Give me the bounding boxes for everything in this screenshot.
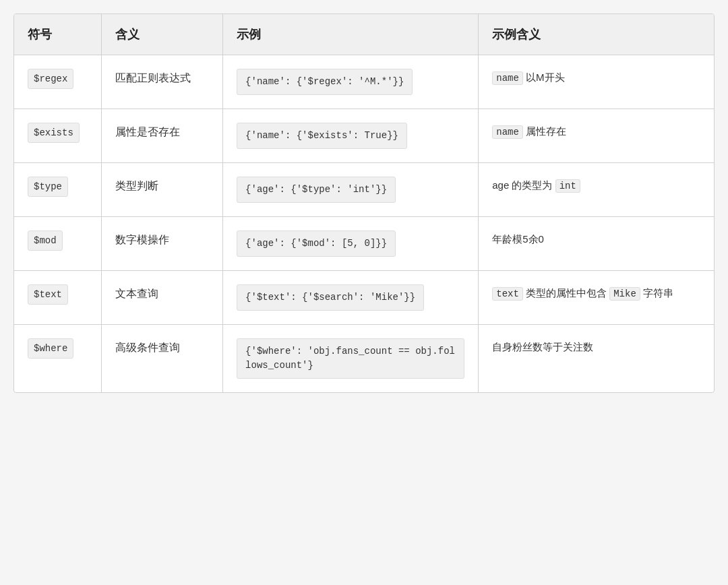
example-meaning-text-exists: 属性存在 bbox=[526, 125, 566, 137]
meaning-text-exists: 属性是否存在 bbox=[115, 126, 180, 137]
symbol-badge-regex: $regex bbox=[28, 69, 73, 89]
cell-meaning-type: 类型判断 bbox=[102, 163, 223, 217]
example-code-mod: {'age': {'$mod': [5, 0]}} bbox=[237, 230, 396, 257]
example-meaning-code-type: int bbox=[555, 179, 580, 193]
example-meaning-text-regex: 以M开头 bbox=[526, 71, 565, 83]
example-meaning-code2-text: Mike bbox=[609, 287, 640, 301]
cell-symbol-mod: $mod bbox=[14, 217, 102, 271]
example-meaning-mid-text: 类型的属性中包含 bbox=[526, 287, 607, 299]
cell-example-regex: {'name': {'$regex': '^M.*'}} bbox=[223, 55, 479, 109]
example-meaning-end-text: 字符串 bbox=[643, 287, 673, 299]
table-row: $text 文本查询 {'$text': {'$search': 'Mike'}… bbox=[14, 271, 714, 325]
meaning-text-type: 类型判断 bbox=[115, 180, 158, 191]
cell-example-text: {'$text': {'$search': 'Mike'}} bbox=[223, 271, 479, 325]
cell-meaning-regex: 匹配正则表达式 bbox=[102, 55, 223, 109]
meaning-text-text: 文本查询 bbox=[115, 288, 158, 299]
table-row: $where 高级条件查询 {'$where': 'obj.fans_count… bbox=[14, 325, 714, 393]
header-example: 示例 bbox=[223, 14, 479, 55]
cell-example-meaning-text: text 类型的属性中包含 Mike 字符串 bbox=[479, 271, 714, 325]
cell-example-where: {'$where': 'obj.fans_count == obj.follow… bbox=[223, 325, 479, 393]
cell-meaning-exists: 属性是否存在 bbox=[102, 109, 223, 163]
symbol-badge-exists: $exists bbox=[28, 123, 80, 143]
table-row: $exists 属性是否存在 {'name': {'$exists': True… bbox=[14, 109, 714, 163]
symbol-badge-text: $text bbox=[28, 284, 68, 305]
table-row: $mod 数字模操作 {'age': {'$mod': [5, 0]}} 年龄模… bbox=[14, 217, 714, 271]
header-example-meaning: 示例含义 bbox=[479, 14, 714, 55]
symbol-badge-where: $where bbox=[28, 338, 73, 359]
meaning-text-where: 高级条件查询 bbox=[115, 342, 180, 353]
meaning-text-regex: 匹配正则表达式 bbox=[115, 72, 191, 84]
cell-symbol-where: $where bbox=[14, 325, 102, 393]
meaning-text-mod: 数字模操作 bbox=[115, 234, 169, 245]
example-meaning-text-where: 自身粉丝数等于关注数 bbox=[492, 341, 593, 352]
symbol-badge-type: $type bbox=[28, 177, 68, 197]
main-table-wrapper: 符号 含义 示例 示例含义 $regex 匹配正则表达式 {'name': {'… bbox=[13, 13, 715, 393]
example-meaning-prefix-type: age 的类型为 int bbox=[492, 179, 580, 191]
cell-example-mod: {'age': {'$mod': [5, 0]}} bbox=[223, 217, 479, 271]
cell-example-meaning-type: age 的类型为 int bbox=[479, 163, 714, 217]
cell-example-exists: {'name': {'$exists': True}} bbox=[223, 109, 479, 163]
cell-symbol-regex: $regex bbox=[14, 55, 102, 109]
cell-meaning-text: 文本查询 bbox=[102, 271, 223, 325]
header-meaning: 含义 bbox=[102, 14, 223, 55]
example-meaning-code-exists: name bbox=[492, 125, 523, 139]
cell-meaning-where: 高级条件查询 bbox=[102, 325, 223, 393]
table-header-row: 符号 含义 示例 示例含义 bbox=[14, 14, 714, 55]
example-meaning-code-regex: name bbox=[492, 71, 523, 85]
cell-symbol-exists: $exists bbox=[14, 109, 102, 163]
symbol-badge-mod: $mod bbox=[28, 230, 63, 251]
cell-example-meaning-regex: name 以M开头 bbox=[479, 55, 714, 109]
cell-example-meaning-exists: name 属性存在 bbox=[479, 109, 714, 163]
example-code-regex: {'name': {'$regex': '^M.*'}} bbox=[237, 69, 413, 95]
example-code-text: {'$text': {'$search': 'Mike'}} bbox=[237, 284, 424, 311]
cell-symbol-type: $type bbox=[14, 163, 102, 217]
example-code-exists: {'name': {'$exists': True}} bbox=[237, 123, 407, 149]
table-row: $regex 匹配正则表达式 {'name': {'$regex': '^M.*… bbox=[14, 55, 714, 109]
example-meaning-text-mod: 年龄模5余0 bbox=[492, 233, 544, 245]
example-meaning-code1-text: text bbox=[492, 287, 523, 301]
cell-meaning-mod: 数字模操作 bbox=[102, 217, 223, 271]
reference-table: 符号 含义 示例 示例含义 $regex 匹配正则表达式 {'name': {'… bbox=[14, 14, 714, 392]
cell-example-type: {'age': {'$type': 'int'}} bbox=[223, 163, 479, 217]
cell-example-meaning-mod: 年龄模5余0 bbox=[479, 217, 714, 271]
example-code-type: {'age': {'$type': 'int'}} bbox=[237, 177, 396, 203]
cell-symbol-text: $text bbox=[14, 271, 102, 325]
header-symbol: 符号 bbox=[14, 14, 102, 55]
cell-example-meaning-where: 自身粉丝数等于关注数 bbox=[479, 325, 714, 393]
table-row: $type 类型判断 {'age': {'$type': 'int'}} age… bbox=[14, 163, 714, 217]
example-code-where: {'$where': 'obj.fans_count == obj.follow… bbox=[237, 338, 464, 379]
